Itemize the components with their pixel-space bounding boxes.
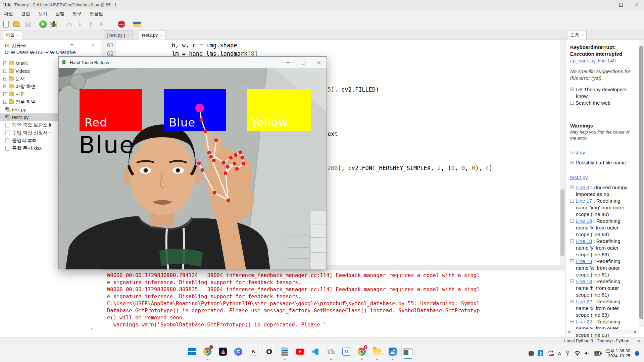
- tab-close-icon[interactable]: ×: [582, 33, 584, 37]
- warning-line-link[interactable]: Line 3: [576, 185, 589, 190]
- taskbar-google-calendar[interactable]: 31: [340, 345, 353, 358]
- taskbar-origami-app[interactable]: [216, 345, 230, 358]
- status-menu-icon[interactable]: ≡: [637, 338, 640, 343]
- expand-icon[interactable]: [570, 279, 574, 283]
- expand-icon[interactable]: [3, 69, 7, 73]
- tray-wifi-icon[interactable]: [574, 351, 581, 356]
- tab-help[interactable]: 도움×: [567, 30, 587, 40]
- tray-sync-icon[interactable]: [547, 350, 554, 357]
- scroll-right-icon[interactable]: ▶: [634, 330, 637, 333]
- expand-icon[interactable]: [570, 259, 574, 263]
- file-link-test2py[interactable]: test2.py: [570, 174, 588, 180]
- tab-close-icon[interactable]: ×: [17, 33, 19, 37]
- tray-battery-icon[interactable]: [594, 351, 602, 356]
- error-location-link[interactable]: cp_back.py, line 140: [570, 58, 616, 63]
- taskbar-file-explorer[interactable]: [370, 345, 384, 358]
- expand-icon[interactable]: [570, 186, 574, 189]
- taskbar-chrome[interactable]: [201, 345, 214, 358]
- taskbar-hand-touch-buttons-window[interactable]: [401, 345, 415, 358]
- expand-icon[interactable]: [3, 61, 7, 65]
- new-file-button[interactable]: [1, 19, 11, 29]
- open-file-button[interactable]: [12, 19, 21, 29]
- popup-titlebar[interactable]: Hand Touch Buttons: [59, 57, 327, 68]
- editor-scrollbar[interactable]: [560, 40, 565, 265]
- tray-key-icon[interactable]: [565, 350, 570, 356]
- taskbar-notepad[interactable]: [278, 345, 291, 358]
- ukraine-flag-button[interactable]: [132, 19, 142, 29]
- expand-icon[interactable]: [570, 219, 574, 223]
- save-file-button[interactable]: [23, 19, 32, 29]
- file-panel-menu-icon[interactable]: ≡: [70, 43, 73, 48]
- expand-icon[interactable]: [570, 88, 574, 91]
- tab-close-icon[interactable]: ×: [160, 33, 162, 37]
- tab-close-icon[interactable]: ×: [128, 33, 130, 37]
- run-script-button[interactable]: [38, 19, 48, 29]
- minimize-button[interactable]: [598, 0, 613, 9]
- expand-icon[interactable]: [570, 101, 574, 105]
- editor-scrollbar-thumb[interactable]: [560, 189, 564, 256]
- warning-line-link[interactable]: Line 22: [576, 319, 592, 324]
- tab-files[interactable]: 파일×: [3, 30, 22, 40]
- resume-button[interactable]: [97, 19, 106, 29]
- warning-line-link[interactable]: Line 18: [576, 238, 592, 244]
- expand-icon[interactable]: [3, 77, 7, 81]
- step-out-button[interactable]: [86, 19, 95, 29]
- warning-line-link[interactable]: Line 18: [576, 258, 592, 264]
- expand-icon[interactable]: [3, 92, 7, 96]
- expand-icon[interactable]: [570, 161, 574, 164]
- breadcrumb-path[interactable]: C: ₩ Users ₩ USER ₩ OneDrive: [5, 50, 76, 55]
- assistant-scrollbar[interactable]: [639, 40, 644, 327]
- menu-file[interactable]: 파일: [0, 9, 17, 18]
- taskbar-photos[interactable]: [386, 345, 399, 358]
- step-over-button[interactable]: [64, 19, 74, 29]
- file-panel-scroll-up-icon[interactable]: ▲: [91, 43, 95, 46]
- tray-ime-korean-icon[interactable]: A: [558, 351, 561, 356]
- file-link-testpy[interactable]: test.py: [570, 150, 585, 155]
- tray-notification-bell-icon[interactable]: [634, 350, 640, 357]
- taskbar-chrome-profile2[interactable]: $: [355, 345, 368, 358]
- expand-icon[interactable]: [570, 199, 574, 203]
- interpreter-status[interactable]: Local Python 3 · Thonny's Python: [564, 338, 629, 343]
- tray-bluetooth-icon[interactable]: [538, 350, 544, 357]
- expand-icon[interactable]: [570, 320, 574, 323]
- stop-restart-button[interactable]: STOP: [117, 19, 126, 29]
- menu-view[interactable]: 보기: [34, 9, 51, 18]
- step-into-button[interactable]: [75, 19, 85, 29]
- tray-clock[interactable]: 오후 1:36:30 2024-10-25: [606, 348, 630, 358]
- warning-line-link[interactable]: Line 18: [576, 278, 592, 284]
- warning-line-link[interactable]: Line 22: [576, 299, 592, 304]
- taskbar-canva[interactable]: C: [232, 345, 245, 358]
- menu-edit[interactable]: 편집: [17, 9, 34, 18]
- popup-close-button[interactable]: [311, 57, 327, 68]
- expand-icon[interactable]: [3, 100, 7, 104]
- file-panel-scroll-down-icon[interactable]: ▼: [90, 327, 93, 330]
- assistant-scrollbar-thumb[interactable]: [639, 46, 643, 319]
- taskbar-thonny[interactable]: Th: [324, 345, 338, 358]
- warning-line-link[interactable]: Line 17: [576, 198, 592, 204]
- debug-script-button[interactable]: [49, 19, 58, 29]
- menu-help[interactable]: 도움말: [86, 9, 107, 18]
- taskbar-vscode[interactable]: [309, 345, 322, 358]
- close-button[interactable]: [629, 0, 644, 9]
- tab-testpy[interactable]: [ test.py ]×: [104, 30, 133, 40]
- maximize-button[interactable]: [613, 0, 629, 9]
- menu-run[interactable]: 실행: [51, 9, 68, 18]
- tab-test2py-active[interactable]: test2.py×: [139, 30, 165, 40]
- tray-volume-icon[interactable]: [584, 351, 590, 356]
- taskbar-youtube[interactable]: [293, 345, 307, 358]
- expand-icon[interactable]: [570, 300, 574, 303]
- assistant-hscrollbar[interactable]: ◀▶: [566, 329, 638, 334]
- taskbar-notion[interactable]: N: [247, 345, 260, 358]
- scroll-left-icon[interactable]: ◀: [567, 330, 570, 333]
- popup-maximize-button[interactable]: [296, 57, 311, 68]
- menu-tools[interactable]: 도구: [68, 9, 86, 18]
- tray-chat-bubble-icon[interactable]: [529, 351, 534, 356]
- code-line-62: lm = hand_lms.landmark[8]: [172, 50, 258, 57]
- taskbar-start-button[interactable]: [185, 345, 199, 358]
- warning-line-link[interactable]: Line 18: [576, 218, 592, 224]
- expand-icon[interactable]: [3, 85, 7, 88]
- shell-output[interactable]: W0000 00:00:1729830980.794124 39004 infe…: [101, 270, 565, 337]
- popup-minimize-button[interactable]: [280, 57, 296, 68]
- taskbar-chatgpt[interactable]: [262, 345, 276, 358]
- expand-icon[interactable]: [570, 239, 574, 243]
